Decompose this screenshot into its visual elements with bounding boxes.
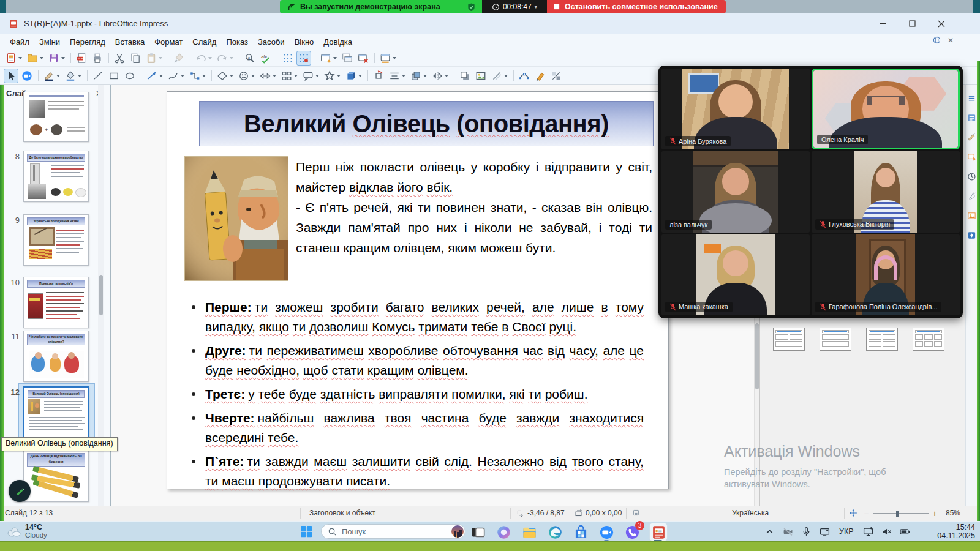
- zoom-out-button[interactable]: −: [864, 509, 869, 519]
- toolbar-button[interactable]: a: [243, 51, 257, 66]
- menu-item[interactable]: Слайд: [187, 36, 221, 48]
- dropdown-arrow-icon[interactable]: [358, 75, 362, 77]
- share-timer[interactable]: 00:08:47 ▾: [482, 0, 547, 13]
- taskbar-app-zoom[interactable]: [598, 523, 615, 541]
- toolbar-button[interactable]: [281, 51, 295, 66]
- layout-option-3[interactable]: [866, 328, 898, 351]
- taskbar-app-store[interactable]: [572, 523, 589, 541]
- stop-sharing-button[interactable]: Остановить совместное использование: [547, 0, 726, 13]
- dropdown-arrow-icon[interactable]: [393, 57, 396, 59]
- toolbar-button[interactable]: [549, 69, 564, 83]
- sidebar-tab[interactable]: [967, 94, 976, 103]
- toolbar-button[interactable]: [364, 70, 371, 81]
- dropdown-arrow-icon[interactable]: [61, 57, 65, 59]
- dropdown-arrow-icon[interactable]: [337, 75, 341, 77]
- toolbar-button[interactable]: [208, 70, 214, 81]
- search-daily-image[interactable]: [451, 525, 464, 538]
- taskbar-app-file-explorer[interactable]: [521, 523, 538, 541]
- taskbar-app-edge[interactable]: [546, 523, 564, 541]
- toolbar-button[interactable]: abc: [258, 51, 273, 66]
- toolbar-button[interactable]: [340, 51, 355, 66]
- language-globe-icon[interactable]: [932, 36, 941, 45]
- panel-scrollbar-thumb[interactable]: [99, 275, 103, 315]
- toolbar-button[interactable]: [387, 69, 407, 83]
- status-save-icon[interactable]: [632, 509, 640, 517]
- zoom-in-button[interactable]: +: [932, 509, 937, 519]
- toolbar-button[interactable]: [187, 69, 208, 83]
- toolbar-button[interactable]: [371, 52, 377, 64]
- dropdown-arrow-icon[interactable]: [402, 75, 405, 77]
- dropdown-arrow-icon[interactable]: [251, 75, 255, 77]
- sidebar-tab[interactable]: [967, 152, 976, 162]
- toolbar-button[interactable]: [67, 52, 74, 64]
- toolbar-button[interactable]: [458, 69, 472, 83]
- toolbar-button[interactable]: [4, 69, 18, 83]
- toolbar-button[interactable]: [378, 51, 398, 66]
- toolbar-button[interactable]: [301, 69, 321, 83]
- slide-thumbnail-11[interactable]: 11 Чи любите ви писати чи малювати олівц…: [23, 331, 89, 382]
- layout-option-1[interactable]: [773, 328, 805, 351]
- toolbar-button[interactable]: [533, 69, 548, 83]
- slide-thumbnail-8[interactable]: 8 Де було налагоджено виробництво: [23, 151, 89, 202]
- dropdown-arrow-icon[interactable]: [230, 57, 233, 59]
- sidebar-tab[interactable]: [967, 133, 976, 142]
- toolbar-button[interactable]: [90, 51, 105, 66]
- taskbar-weather-widget[interactable]: 14°C Cloudy: [6, 523, 47, 539]
- toolbar-button[interactable]: [172, 51, 186, 66]
- tray-icon[interactable]: [900, 527, 910, 537]
- taskbar-clock[interactable]: 15:44 04.11.2025: [924, 523, 975, 540]
- minimize-button[interactable]: [869, 13, 897, 34]
- tray-icon[interactable]: [863, 527, 873, 537]
- tray-icon[interactable]: [764, 527, 775, 537]
- toolbar-button[interactable]: [138, 70, 144, 81]
- toolbar-button[interactable]: [236, 52, 242, 64]
- participant-tile[interactable]: Глуховська Вікторія: [812, 151, 960, 232]
- menu-item[interactable]: Формат: [149, 36, 187, 48]
- menu-item[interactable]: Довідка: [318, 36, 357, 48]
- toolbar-button[interactable]: [20, 69, 34, 83]
- dropdown-arrow-icon[interactable]: [294, 75, 298, 77]
- toolbar-button[interactable]: [473, 69, 488, 83]
- menu-item[interactable]: Вставка: [110, 36, 149, 48]
- taskbar-app-copilot[interactable]: [495, 523, 512, 541]
- toolbar-button[interactable]: [489, 69, 510, 83]
- toolbar-button[interactable]: [91, 69, 105, 83]
- toolbar-button[interactable]: [123, 69, 137, 83]
- menu-item[interactable]: Вікно: [290, 36, 319, 48]
- dropdown-arrow-icon[interactable]: [202, 75, 206, 77]
- dropdown-arrow-icon[interactable]: [159, 75, 163, 77]
- zoom-participants-window[interactable]: Аріна Бурякова Олена Краліч ліза вальчук: [658, 66, 963, 318]
- sidebar-tab[interactable]: [967, 192, 976, 201]
- maximize-button[interactable]: [898, 13, 926, 34]
- taskbar-app-impress[interactable]: [649, 523, 668, 541]
- toolbar-button[interactable]: [128, 51, 143, 66]
- participant-tile[interactable]: Машка какашка: [662, 234, 810, 315]
- close-menubar-icon[interactable]: ✕: [948, 36, 954, 45]
- sidebar-tab[interactable]: [967, 211, 976, 220]
- dropdown-arrow-icon[interactable]: [40, 57, 43, 59]
- toolbar-button[interactable]: [344, 69, 364, 83]
- dropdown-arrow-icon[interactable]: [423, 75, 427, 77]
- menu-item[interactable]: Перегляд: [65, 36, 110, 48]
- toolbar-button[interactable]: [510, 70, 516, 81]
- tray-icon[interactable]: [801, 527, 812, 537]
- tray-icon[interactable]: [783, 527, 793, 537]
- dropdown-arrow-icon[interactable]: [208, 57, 212, 59]
- toolbar-button[interactable]: [194, 51, 214, 66]
- slide-title-placeholder[interactable]: Великий Олівець (оповідання): [199, 101, 654, 146]
- participant-tile[interactable]: Гарафонова Поліна Олександрів...: [812, 234, 960, 315]
- toolbar-button[interactable]: [145, 69, 165, 83]
- canvas-scrollbar-thumb[interactable]: [755, 323, 759, 389]
- toolbar-button[interactable]: [47, 51, 67, 66]
- dropdown-arrow-icon[interactable]: [445, 75, 448, 77]
- taskbar-search[interactable]: [321, 524, 466, 539]
- toolbar-button[interactable]: [517, 69, 532, 83]
- toolbar-button[interactable]: [279, 69, 300, 83]
- toolbar-button[interactable]: [107, 69, 121, 83]
- slide-thumbnail-9[interactable]: 9 Українське походження назви: [23, 214, 89, 266]
- sidebar-tab[interactable]: [967, 172, 976, 181]
- search-input[interactable]: [341, 527, 435, 537]
- close-button[interactable]: [927, 13, 956, 34]
- dropdown-arrow-icon[interactable]: [504, 75, 508, 77]
- dropdown-arrow-icon[interactable]: [315, 75, 319, 77]
